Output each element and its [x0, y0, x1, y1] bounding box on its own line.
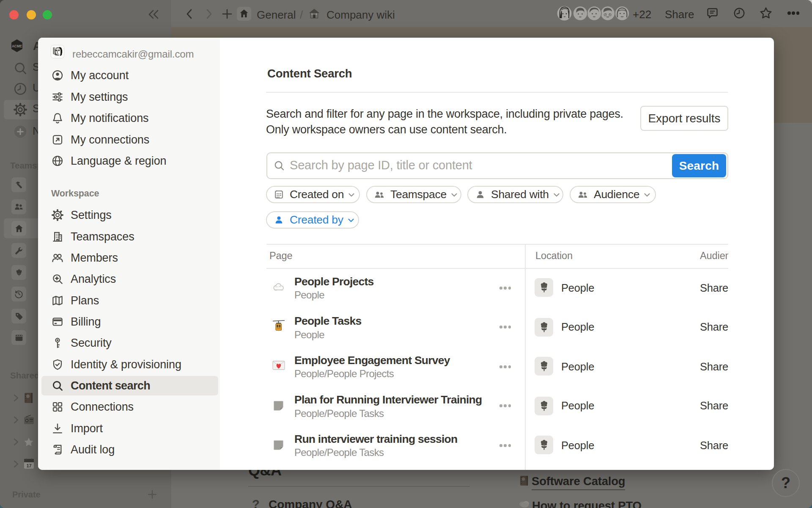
- svg-text:ACME: ACME: [12, 44, 22, 48]
- svg-text:17: 17: [26, 463, 31, 468]
